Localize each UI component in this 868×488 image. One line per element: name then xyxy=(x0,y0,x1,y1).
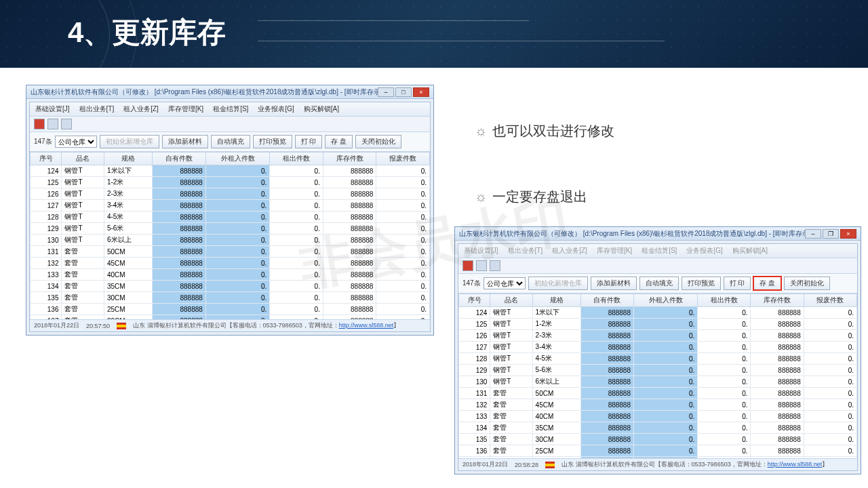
exit-icon[interactable] xyxy=(490,260,500,271)
column-header[interactable]: 自有件数 xyxy=(153,152,206,165)
init-warehouse-button[interactable]: 初始化新增仓库 xyxy=(528,277,588,290)
menu-item[interactable]: 业务报表[G] xyxy=(686,246,722,256)
init-warehouse-button[interactable]: 初始化新增仓库 xyxy=(100,135,159,148)
statusbar: 2018年01月22日 20:58:28 山东 淄博银杉计算机软件有限公司【客服… xyxy=(458,458,857,470)
column-header[interactable]: 品名 xyxy=(490,294,532,307)
menu-item[interactable]: 租入业务[Z] xyxy=(552,246,587,256)
toolbar xyxy=(458,258,857,274)
column-header[interactable]: 报废件数 xyxy=(376,152,430,165)
toolbar-icon[interactable] xyxy=(476,260,487,271)
minimize-button[interactable]: – xyxy=(805,229,821,239)
table-row[interactable]: 133套管40CM8888880.0.8888880. xyxy=(459,411,857,422)
table-row[interactable]: 132套管45CM8888880.0.8888880. xyxy=(31,258,430,269)
status-date: 2018年01月22日 xyxy=(462,460,508,469)
table-row[interactable]: 126钢管T2-3米8888880.0.8888880. xyxy=(459,330,857,342)
data-grid[interactable]: 序号品名规格自有件数外租入件数租出件数库存件数报废件数124钢管T1米以下888… xyxy=(458,293,857,458)
exit-icon[interactable] xyxy=(61,119,72,129)
close-init-button[interactable]: 关闭初始化 xyxy=(784,277,830,290)
menu-item[interactable]: 基础设置[J] xyxy=(464,246,498,256)
table-row[interactable]: 129钢管T5-6米8888880.0.8888880. xyxy=(31,223,430,235)
table-row[interactable]: 135套管30CM8888880.0.8888880. xyxy=(459,434,857,445)
column-header[interactable]: 序号 xyxy=(459,294,490,307)
table-row[interactable]: 127钢管T3-4米8888880.0.8888880. xyxy=(459,342,857,353)
menu-item[interactable]: 库存管理[K] xyxy=(168,104,203,114)
print-button[interactable]: 打 印 xyxy=(724,277,751,290)
column-header[interactable]: 自有件数 xyxy=(580,294,633,307)
website-link[interactable]: http://www.sl588.net xyxy=(768,461,823,468)
column-header[interactable]: 租出件数 xyxy=(270,152,323,165)
toolbar-icon[interactable] xyxy=(462,260,473,271)
table-row[interactable]: 134套管35CM8888880.0.8888880. xyxy=(31,281,430,292)
table-row[interactable]: 130钢管T6米以上8888880.0.8888880. xyxy=(31,235,430,246)
table-row[interactable]: 131套管50CM8888880.0.8888880. xyxy=(459,388,857,399)
table-row[interactable]: 124钢管T1米以下8888880.0.8888880. xyxy=(31,165,430,177)
column-header[interactable]: 库存件数 xyxy=(751,294,804,307)
record-count: 147条 xyxy=(34,137,52,146)
status-time: 20:57:50 xyxy=(86,323,110,329)
menu-item[interactable]: 基础设置[J] xyxy=(35,104,70,114)
table-row[interactable]: 124钢管T1米以下8888880.0.8888880. xyxy=(459,307,857,319)
table-row[interactable]: 133套管40CM8888880.0.8888880. xyxy=(31,269,430,281)
close-button[interactable]: × xyxy=(413,87,429,97)
control-row: 147条 公司仓库 初始化新增仓库 添加新材料 自动填充 打印预览 打 印 存 … xyxy=(458,274,857,293)
menu-item[interactable]: 库存管理[K] xyxy=(597,246,632,256)
column-header[interactable]: 报废件数 xyxy=(804,294,856,307)
control-row: 147条 公司仓库 初始化新增仓库 添加新材料 自动填充 打印预览 打 印 存 … xyxy=(30,132,430,152)
column-header[interactable]: 外租入件数 xyxy=(634,294,698,307)
menu-item[interactable]: 租出业务[T] xyxy=(79,104,115,114)
menu-item[interactable]: 租出业务[T] xyxy=(508,246,543,256)
table-row[interactable]: 125钢管T1-2米8888880.0.8888880. xyxy=(31,177,430,188)
toolbar-icon[interactable] xyxy=(34,119,45,129)
column-header[interactable]: 外租入件数 xyxy=(205,152,270,165)
titlebar[interactable]: 山东银杉计算机软件有限公司（可修改） [d:\Program Files (x8… xyxy=(26,85,433,99)
menu-item[interactable]: 租入业务[Z] xyxy=(123,104,159,114)
column-header[interactable]: 规格 xyxy=(532,294,580,307)
table-row[interactable]: 130钢管T6米以上8888880.0.8888880. xyxy=(459,376,857,388)
table-row[interactable]: 127钢管T3-4米8888880.0.8888880. xyxy=(31,200,430,211)
menu-item[interactable]: 购买解锁[A] xyxy=(732,246,768,256)
close-button[interactable]: × xyxy=(840,229,856,239)
table-row[interactable]: 126钢管T2-3米8888880.0.8888880. xyxy=(31,188,430,200)
maximize-button[interactable]: □ xyxy=(395,87,412,97)
column-header[interactable]: 序号 xyxy=(31,152,62,165)
print-button[interactable]: 打 印 xyxy=(295,135,323,148)
sun-icon: ☼ xyxy=(475,189,487,205)
table-row[interactable]: 132套管45CM8888880.0.8888880. xyxy=(459,399,857,411)
autofill-button[interactable]: 自动填充 xyxy=(211,135,250,148)
table-row[interactable]: 129钢管T5-6米8888880.0.8888880. xyxy=(459,365,857,376)
print-preview-button[interactable]: 打印预览 xyxy=(253,135,292,148)
save-button[interactable]: 存 盘 xyxy=(325,135,353,148)
add-material-button[interactable]: 添加新材料 xyxy=(162,135,208,148)
column-header[interactable]: 规格 xyxy=(104,152,152,165)
status-company: 山东 淄博银杉计算机软件有限公司【客服电话：0533-7986503，官网地址：… xyxy=(133,321,399,330)
menu-item[interactable]: 购买解锁[A] xyxy=(304,104,339,114)
flag-icon xyxy=(545,462,555,468)
table-row[interactable]: 136套管25CM8888880.0.8888880. xyxy=(459,445,857,457)
table-row[interactable]: 134套管35CM8888880.0.8888880. xyxy=(459,422,857,434)
close-init-button[interactable]: 关闭初始化 xyxy=(355,135,401,148)
table-row[interactable]: 135套管30CM8888880.0.8888880. xyxy=(31,292,430,304)
save-button[interactable]: 存 盘 xyxy=(753,277,781,290)
titlebar[interactable]: 山东银杉计算机软件有限公司（可修改） [d:\Program Files (x8… xyxy=(455,227,861,241)
website-link[interactable]: http://www.sl588.net xyxy=(339,322,394,329)
minimize-button[interactable]: – xyxy=(378,87,394,97)
toolbar-icon[interactable] xyxy=(47,119,58,129)
print-preview-button[interactable]: 打印预览 xyxy=(682,277,721,290)
column-header[interactable]: 库存件数 xyxy=(323,152,376,165)
add-material-button[interactable]: 添加新材料 xyxy=(591,277,637,290)
data-grid[interactable]: 序号品名规格自有件数外租入件数租出件数库存件数报废件数124钢管T1米以下888… xyxy=(30,152,430,319)
menu-item[interactable]: 租金结算[S] xyxy=(642,246,677,256)
warehouse-select[interactable]: 公司仓库 xyxy=(55,136,97,148)
menu-item[interactable]: 租金结算[S] xyxy=(213,104,248,114)
table-row[interactable]: 136套管25CM8888880.0.8888880. xyxy=(31,304,430,315)
menu-item[interactable]: 业务报表[G] xyxy=(258,104,294,114)
table-row[interactable]: 125钢管T1-2米8888880.0.8888880. xyxy=(459,319,857,330)
table-row[interactable]: 131套管50CM8888880.0.8888880. xyxy=(31,246,430,258)
restore-button[interactable]: ❐ xyxy=(823,229,839,239)
warehouse-select[interactable]: 公司仓库 xyxy=(484,277,526,289)
table-row[interactable]: 128钢管T4-5米8888880.0.8888880. xyxy=(31,211,430,223)
table-row[interactable]: 128钢管T4-5米8888880.0.8888880. xyxy=(459,353,857,365)
autofill-button[interactable]: 自动填充 xyxy=(639,277,679,290)
column-header[interactable]: 租出件数 xyxy=(698,294,751,307)
column-header[interactable]: 品名 xyxy=(62,152,104,165)
